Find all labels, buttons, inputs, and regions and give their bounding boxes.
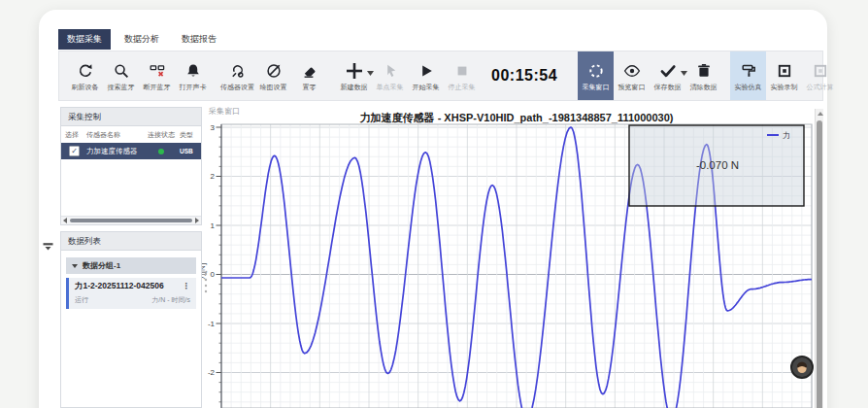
search-icon: [113, 62, 130, 80]
toolbar-item-label: 开始采集: [413, 84, 440, 90]
toolbar: 刷新设备搜索蓝牙断开蓝牙打开声卡传感器设置绘图设置置零新建数据单点采集开始采集停…: [58, 51, 823, 101]
toolbar-item-label: 绘图设置: [260, 84, 287, 90]
open-soundcard-button[interactable]: 打开声卡: [175, 51, 211, 100]
trash-icon: [695, 62, 713, 80]
sensor-checkbox[interactable]: ✓: [69, 146, 80, 156]
sensor-settings-button[interactable]: 传感器设置: [219, 51, 255, 100]
toolbar-item-label: 保存数据: [654, 84, 682, 90]
plot-settings-button[interactable]: 绘图设置: [255, 51, 291, 100]
refresh-device-button[interactable]: 刷新设备: [67, 51, 103, 100]
formula-icon: [812, 62, 829, 80]
new-data-button[interactable]: 新建数据: [336, 51, 372, 100]
tab-data-collect[interactable]: 数据采集: [58, 29, 111, 50]
tab-data-analysis[interactable]: 数据分析: [116, 29, 168, 50]
pointer-icon: [382, 62, 399, 80]
disconnect-bluetooth-button[interactable]: 断开蓝牙: [139, 51, 175, 100]
toolbar-item-label: 刷新设备: [72, 84, 99, 90]
sensor-table-header: 选择 传感器名称 连接状态 类型: [61, 126, 201, 143]
toolbar-item-label: 单点采集: [377, 84, 404, 90]
experiment-record-button[interactable]: 实验录制: [766, 51, 802, 100]
toolbar-item-label: 实验仿真: [735, 84, 762, 90]
scroll-right-arrow-icon[interactable]: [195, 218, 199, 223]
scroll-left-arrow-icon[interactable]: [63, 218, 67, 223]
eye-icon: [623, 62, 641, 80]
y-tick-label: -2: [208, 368, 216, 377]
toolbar-item-label: 采集窗口: [583, 84, 610, 90]
column-select: 选择: [65, 130, 86, 140]
play-icon: [417, 62, 435, 80]
tab-data-report[interactable]: 数据报告: [173, 29, 225, 50]
draw-icon: [265, 62, 283, 80]
data-list-item[interactable]: 力1-2-20251112-042506 ⋮ 运行 力/N - 时间/s: [66, 278, 196, 309]
y-tick-label: 0: [211, 270, 216, 279]
splitter-dots-icon: [204, 272, 208, 293]
collect-panel-title: 采集控制: [61, 108, 201, 126]
single-point-collect-button: 单点采集: [372, 51, 408, 100]
data-list-panel: 数据列表 数据分组-1 力1-2-20251112-042506 ⋮ 运行 力/…: [60, 231, 202, 408]
spinner-icon: [587, 62, 605, 80]
bell-icon: [184, 62, 202, 80]
collect-timer: 00:15:54: [491, 67, 557, 85]
bt-off-icon: [149, 62, 166, 80]
save-data-button[interactable]: 保存数据: [650, 51, 685, 100]
chart-canvas[interactable]: 采集窗口力加速度传感器 - XHSP-V10HID_path_-19813488…: [199, 105, 815, 408]
preview-window-button[interactable]: 预览窗口: [614, 51, 650, 100]
horizontal-scrollbar[interactable]: [61, 216, 201, 224]
plus-icon: [345, 62, 364, 80]
formula-calc-button: 公式计算: [802, 51, 838, 100]
toolbar-item-label: 停止采集: [449, 84, 476, 90]
toolbar-item-label: 预览窗口: [618, 84, 646, 90]
item-menu-icon[interactable]: ⋮: [183, 283, 190, 290]
y-tick-label: 3: [211, 123, 216, 132]
panel-splitter[interactable]: [204, 272, 208, 293]
column-connect-status: 连接状态: [143, 130, 180, 140]
collect-window-button[interactable]: 采集窗口: [578, 51, 614, 100]
assistant-avatar-button[interactable]: [790, 356, 814, 379]
data-item-status: 运行: [75, 295, 88, 305]
search-bluetooth-button[interactable]: 搜索蓝牙: [103, 51, 139, 100]
scroll-up-arrow-icon[interactable]: [818, 112, 823, 116]
chart-title: 力加速度传感器 - XHSP-V10HID_path_-1981348857_1…: [359, 112, 674, 123]
toolbar-item-label: 置零: [303, 84, 317, 90]
toolbar-item-label: 打开声卡: [180, 84, 207, 90]
collect-control-panel: 采集控制 选择 传感器名称 连接状态 类型 ✓ 力加速度传感器 USB: [60, 107, 202, 225]
sensor-type: USB: [180, 148, 197, 154]
data-item-unit: 力/N - 时间/s: [151, 295, 190, 305]
start-collect-button[interactable]: 开始采集: [408, 51, 444, 100]
data-group-row[interactable]: 数据分组-1: [66, 257, 196, 274]
clear-data-button[interactable]: 清除数据: [685, 51, 721, 100]
avatar-face-icon: [792, 357, 812, 377]
main-tabs: 数据采集 数据分析 数据报告: [58, 29, 225, 50]
legend-label: 力: [783, 131, 790, 140]
stop-collect-button: 停止采集: [444, 51, 480, 100]
data-group-label: 数据分组-1: [83, 260, 120, 271]
data-panel-title: 数据列表: [61, 232, 201, 251]
sensor-table-row[interactable]: ✓ 力加速度传感器 USB: [61, 143, 201, 159]
refresh-icon: [77, 62, 94, 80]
toolbar-item-label: 公式计算: [807, 84, 834, 90]
vertical-scrollbar[interactable]: [815, 109, 823, 408]
zero-set-button[interactable]: 置零: [291, 51, 327, 100]
group-expand-icon[interactable]: [72, 264, 78, 268]
vertical-scrollbar-thumb[interactable]: [817, 120, 822, 408]
annotation-value-label: -0.070 N: [696, 159, 739, 171]
toolbar-item-label: 传感器设置: [220, 84, 254, 90]
connection-status-dot: [158, 149, 164, 154]
record-icon: [776, 62, 793, 80]
sidebar-collapse-handle[interactable]: [43, 242, 53, 252]
experiment-simulation-button[interactable]: 实验仿真: [730, 51, 766, 100]
toolbar-item-label: 实验录制: [771, 84, 798, 90]
toolbar-item-label: 搜索蓝牙: [108, 84, 135, 90]
stop-icon: [453, 62, 471, 80]
column-type: 类型: [180, 130, 197, 140]
horizontal-scrollbar-thumb[interactable]: [70, 219, 192, 222]
sensor-name: 力加速度传感器: [86, 147, 143, 156]
eraser-icon: [301, 62, 318, 80]
collapse-arrow-icon: [43, 242, 53, 252]
check-icon: [659, 62, 677, 80]
sensor-icon: [229, 62, 247, 80]
toolbar-item-label: 清除数据: [690, 84, 718, 90]
toolbar-item-label: 新建数据: [341, 84, 368, 90]
toolbar-item-label: 断开蓝牙: [144, 84, 171, 90]
data-item-title: 力1-2-20251112-042506: [75, 281, 164, 292]
